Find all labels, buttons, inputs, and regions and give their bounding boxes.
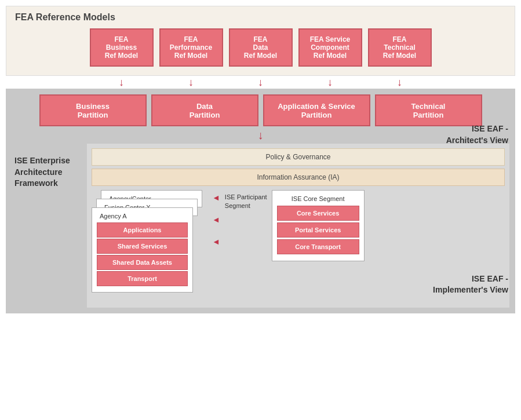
arrow-2: ↓ (159, 77, 223, 87)
segment-label-area: ◄ ◄ ◄ ISE ParticipantSegment (212, 190, 267, 246)
stacked-cards-wrapper: Agency/Center ... Fusion Center X Agency… (92, 190, 205, 303)
fea-box-3: FEADataRef Model (229, 28, 293, 67)
ia-bar: Information Assurance (IA) (92, 169, 505, 186)
segment-arrow-3: ◄ (212, 237, 220, 246)
card-layer-agency-a: Agency A Applications Shared Services Sh… (92, 207, 193, 293)
policy-bar: Policy & Governance (92, 148, 505, 166)
shared-services-row: Shared Services (97, 239, 188, 254)
ise-enterprise-label: ISE EnterpriseArchitectureFramework (12, 144, 87, 308)
fea-arrows-row: ↓ ↓ ↓ ↓ ↓ (6, 76, 515, 89)
framework-section: BusinessPartition DataPartition Applicat… (6, 89, 515, 313)
arrow-5: ↓ (368, 77, 432, 87)
transport-row: Transport (97, 271, 188, 286)
participant-segment-label: ISE ParticipantSegment (225, 190, 267, 211)
fea-box-1: FEABusinessRef Model (90, 28, 154, 67)
arrow-3: ↓ (229, 77, 293, 87)
partitions-row: BusinessPartition DataPartition Applicat… (12, 94, 509, 126)
main-container: FEA Reference Models FEABusinessRef Mode… (0, 0, 521, 420)
business-partition: BusinessPartition (39, 94, 147, 126)
fea-section: FEA Reference Models FEABusinessRef Mode… (6, 6, 515, 76)
shared-data-row: Shared Data Assets (97, 255, 188, 270)
portal-services-row: Portal Services (277, 222, 359, 238)
arrow-1: ↓ (90, 77, 154, 87)
segment-arrow-2: ◄ (212, 215, 220, 224)
core-segment: ISE Core Segment Core Services Portal Se… (272, 190, 365, 261)
fea-title: FEA Reference Models (15, 12, 506, 23)
fea-boxes: FEABusinessRef Model FEAPerformanceRef M… (15, 28, 506, 67)
technical-partition: TechnicalPartition (375, 94, 482, 126)
ise-eaf-architect-label: ISE EAF -Architect's View (446, 123, 508, 146)
connector-arrow: ↓ (12, 129, 509, 142)
arrow-4: ↓ (298, 77, 362, 87)
core-services-row: Core Services (277, 206, 359, 221)
core-segment-title: ISE Core Segment (277, 195, 359, 202)
applications-row: Applications (97, 222, 188, 238)
agency-a-label: Agency A (97, 211, 188, 221)
segment-arrow-1: ◄ (212, 193, 220, 202)
fea-box-5: FEATechnicalRef Model (368, 28, 432, 67)
app-service-partition: Application & ServicePartition (263, 94, 370, 126)
data-partition: DataPartition (151, 94, 258, 126)
fea-box-2: FEAPerformanceRef Model (159, 28, 223, 67)
fea-box-4: FEA ServiceComponentRef Model (298, 28, 362, 67)
core-transport-row: Core Transport (277, 239, 359, 254)
ise-eaf-implementer-label: ISE EAF -Implementer's View (433, 273, 508, 296)
